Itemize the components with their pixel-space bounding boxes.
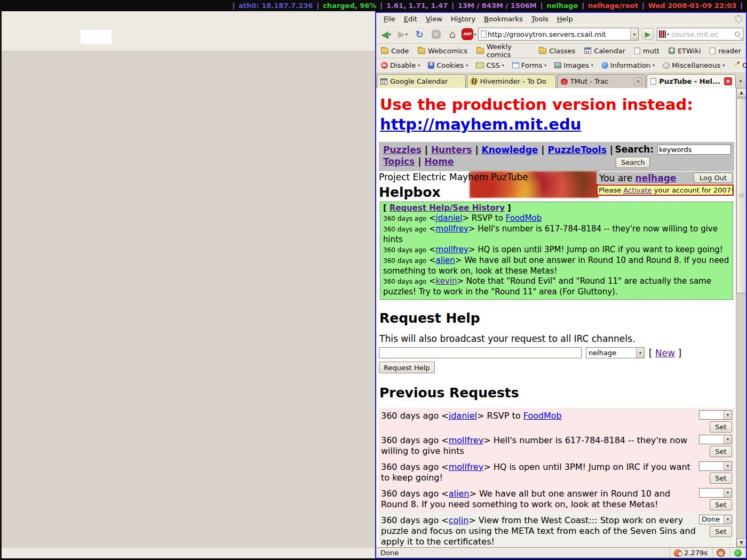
status-select[interactable]: ▾ bbox=[699, 435, 732, 444]
user-link[interactable]: kevin bbox=[436, 276, 457, 286]
user-link[interactable]: alien bbox=[449, 489, 470, 499]
request-help-button[interactable]: Request Help bbox=[379, 362, 435, 373]
adblock-dropdown-icon[interactable]: ▾ bbox=[474, 32, 476, 37]
entry-link[interactable]: FoodMob bbox=[523, 411, 562, 421]
webdev-cookies[interactable]: Cookies▾ bbox=[428, 61, 468, 69]
set-button[interactable]: Set bbox=[710, 473, 732, 484]
url-history-dropdown[interactable]: ▾ bbox=[630, 28, 638, 40]
status-select[interactable]: Done▾ bbox=[699, 515, 732, 524]
scroll-down-button[interactable]: ▼ bbox=[736, 538, 746, 547]
search-engine-dropdown-icon[interactable]: ▾ bbox=[667, 32, 669, 37]
scrollbar[interactable]: ▲ ▼ bbox=[736, 88, 746, 547]
menu-file[interactable]: File bbox=[379, 14, 400, 24]
nav-separator: | bbox=[415, 156, 424, 167]
tab-tmut-trac[interactable]: TMut - Trac× bbox=[557, 74, 646, 88]
user-link[interactable]: mollfrey bbox=[449, 435, 483, 445]
bookmark-etwiki[interactable]: ETWiki bbox=[669, 47, 701, 55]
bookmark-reader[interactable]: reader bbox=[710, 47, 741, 55]
set-button[interactable]: Set bbox=[710, 421, 732, 433]
scrollbar-thumb[interactable] bbox=[736, 98, 746, 293]
tab-label: PuzTube - Hel... bbox=[659, 77, 721, 85]
web-search-input[interactable] bbox=[670, 30, 734, 39]
set-button[interactable]: Set bbox=[710, 499, 732, 510]
tab-close-button[interactable]: × bbox=[724, 77, 732, 85]
status-ok-icon[interactable]: ✓ bbox=[734, 549, 742, 557]
status-segment: | bbox=[582, 2, 584, 10]
owner-select[interactable]: nelhage ▾ bbox=[586, 347, 645, 358]
webdev-miscellaneous[interactable]: Miscellaneous▾ bbox=[663, 61, 725, 69]
forward-dropdown-icon[interactable]: ▾ bbox=[406, 32, 408, 37]
scroll-up-button[interactable]: ▲ bbox=[736, 88, 746, 97]
tab-hiveminder-to-do[interactable]: Hiveminder - To Do bbox=[467, 74, 556, 88]
user-link[interactable]: mollfrey bbox=[436, 224, 468, 234]
go-button[interactable]: ▶ bbox=[640, 27, 655, 42]
reload-button[interactable]: ↻ bbox=[412, 27, 427, 42]
bookmark-weekly-comics[interactable]: Weekly comics bbox=[476, 43, 530, 59]
webdev-information[interactable]: Information▾ bbox=[601, 61, 655, 69]
nav-link-puzzles[interactable]: Puzzles bbox=[383, 145, 422, 155]
activate-link[interactable]: Activate bbox=[623, 186, 651, 194]
nav-link-home[interactable]: Home bbox=[424, 156, 454, 167]
folder-icon bbox=[418, 48, 425, 54]
search-icon[interactable] bbox=[735, 31, 740, 37]
menu-view[interactable]: View bbox=[422, 14, 447, 24]
user-link[interactable]: jdaniel bbox=[436, 213, 463, 223]
set-button[interactable]: Set bbox=[710, 526, 732, 537]
menu-bookmarks[interactable]: Bookmarks bbox=[480, 14, 527, 24]
bookmark-code[interactable]: Code bbox=[381, 47, 409, 55]
nav-link-knowledge[interactable]: Knowledge bbox=[482, 145, 538, 155]
user-link[interactable]: colin bbox=[449, 515, 469, 525]
request-help-history-link[interactable]: Request Help/See History bbox=[390, 203, 505, 213]
username-link[interactable]: nelhage bbox=[635, 173, 677, 183]
menu-history[interactable]: History bbox=[447, 14, 480, 24]
bookmark-mutt[interactable]: mutt bbox=[634, 47, 659, 55]
status-select[interactable]: ▾ bbox=[699, 410, 732, 420]
stop-button[interactable]: × bbox=[428, 27, 443, 42]
back-button[interactable]: ◀ ▾ bbox=[379, 27, 394, 42]
nav-link-puzzletools[interactable]: PuzzleTools bbox=[547, 145, 606, 155]
request-help-input[interactable] bbox=[379, 347, 582, 358]
url-input[interactable] bbox=[487, 30, 630, 38]
logout-button[interactable]: Log Out bbox=[694, 173, 733, 183]
new-link[interactable]: New bbox=[655, 348, 675, 358]
greasemonkey-icon[interactable] bbox=[717, 549, 725, 557]
menu-edit[interactable]: Edit bbox=[400, 14, 422, 24]
menu-help[interactable]: Help bbox=[553, 14, 577, 24]
tab-list-dropdown[interactable]: ▾ bbox=[736, 74, 745, 88]
tab-close-button[interactable]: × bbox=[634, 77, 642, 85]
webdev-disable[interactable]: Disable▾ bbox=[381, 61, 420, 69]
set-button[interactable]: Set bbox=[710, 446, 732, 457]
user-link[interactable]: alien bbox=[436, 255, 455, 265]
bookmark-webcomics[interactable]: Webcomics bbox=[418, 47, 467, 55]
adblock-button[interactable]: ABP ▾ bbox=[462, 27, 476, 42]
webdev-forms[interactable]: Forms▾ bbox=[512, 61, 547, 69]
forward-button[interactable]: ▶ ▾ bbox=[395, 27, 410, 42]
back-arrow-icon: ◀ bbox=[382, 30, 388, 39]
back-dropdown-icon[interactable]: ▾ bbox=[389, 32, 391, 37]
user-link[interactable]: jdaniel bbox=[449, 411, 477, 421]
bookmark-calendar[interactable]: Calendar bbox=[584, 47, 625, 55]
entry-link[interactable]: FoodMob bbox=[506, 213, 542, 223]
home-button[interactable]: ⌂ bbox=[445, 27, 460, 42]
site-search-button[interactable]: Search bbox=[616, 157, 650, 168]
activate-notice: Please Activate your account for 2007! bbox=[597, 185, 734, 196]
bookmark-classes[interactable]: Classes bbox=[539, 47, 575, 55]
request-text: 360 days ago <colin> View from the West … bbox=[381, 515, 699, 547]
webdev-images[interactable]: Images▾ bbox=[554, 61, 593, 69]
menu-tools[interactable]: Tools bbox=[527, 14, 553, 24]
nav-link-topics[interactable]: Topics bbox=[383, 156, 415, 167]
tab-google-calendar[interactable]: Google Calendar bbox=[377, 74, 466, 88]
select-arrow-icon[interactable]: ▾ bbox=[636, 348, 644, 358]
user-link[interactable]: mollfrey bbox=[449, 462, 483, 472]
status-select[interactable]: ▾ bbox=[699, 488, 732, 498]
nav-link-hunters[interactable]: Hunters bbox=[431, 145, 472, 155]
url-bar[interactable]: ▾ bbox=[478, 28, 639, 41]
tab-puztube-hel[interactable]: PuzTube - Hel...× bbox=[647, 74, 736, 88]
webdev-outline[interactable]: Outline bbox=[733, 61, 747, 69]
site-search-input[interactable] bbox=[657, 145, 731, 155]
webdev-css[interactable]: CSS▾ bbox=[476, 61, 504, 69]
status-select[interactable]: ▾ bbox=[699, 461, 732, 471]
search-bar[interactable]: ▾ bbox=[657, 28, 743, 41]
user-link[interactable]: mollfrey bbox=[436, 245, 468, 254]
mayhem-link[interactable]: http://mayhem.mit.edu bbox=[380, 115, 581, 133]
